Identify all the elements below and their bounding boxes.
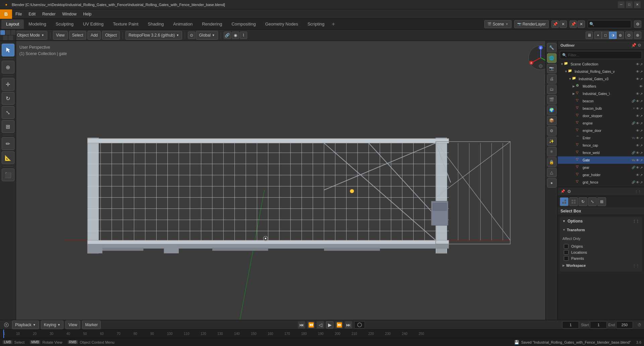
visibility-select[interactable]: ↗ (640, 144, 643, 147)
object-menu-btn[interactable]: Object (102, 31, 120, 40)
parents-checkbox[interactable] (564, 256, 569, 261)
timeline-track[interactable]: 1 10 20 30 40 50 60 70 80 90 100 110 120… (0, 330, 644, 338)
solid-shading-btn[interactable]: ● (594, 32, 602, 39)
select-tool-btn[interactable] (2, 44, 14, 56)
step-back-btn[interactable]: ⏪ (307, 321, 315, 329)
outliner-item-gear[interactable]: ▽ gear 🔗 👁 ↗ (558, 164, 644, 171)
visibility-select[interactable]: ↗ (640, 166, 643, 169)
add-primitive-btn[interactable]: ⬛ (2, 168, 14, 181)
blender-logo-btn[interactable]: B (0, 9, 12, 19)
close-button[interactable]: ✕ (634, 1, 641, 8)
overlay-icon[interactable]: ⊙ (625, 32, 633, 39)
help-menu[interactable]: Help (80, 9, 95, 19)
outliner-search-box[interactable]: 🔍 Filter... (560, 51, 642, 59)
rotate-tool-btn[interactable]: ↻ (2, 92, 14, 105)
object-icon[interactable]: 📦 (547, 116, 556, 125)
rotate-mode-btn[interactable]: ↻ (579, 197, 587, 206)
outliner-settings-icon[interactable]: ⚙ (638, 43, 641, 48)
visibility-eye[interactable]: 👁 (636, 107, 639, 110)
outliner-item-gates-v3[interactable]: ▼ 📁 Industrial_Gates_v3 👁 ↗ (558, 75, 644, 83)
visibility-select[interactable]: ↗ (640, 181, 643, 184)
jump-start-btn[interactable]: ⏮ (298, 321, 305, 329)
measure-tool-btn[interactable]: 📐 (2, 151, 14, 164)
visibility-select[interactable]: ↗ (640, 92, 643, 96)
tab-sculpting[interactable]: Sculpting (51, 19, 78, 29)
timeline-mode-icon[interactable] (3, 321, 10, 329)
move-mode-btn[interactable] (569, 197, 578, 206)
render-layer-pin[interactable]: 📌 (570, 20, 577, 28)
material-shading-btn[interactable]: ◑ (609, 32, 616, 39)
tab-animation[interactable]: Animation (168, 19, 197, 29)
outliner-item-door-stopper[interactable]: ▽ door_stopper 👁 ↗ (558, 112, 644, 119)
tab-scripting[interactable]: Scripting (303, 19, 329, 29)
select-mode-btn[interactable] (560, 197, 569, 206)
tab-rendering[interactable]: Rendering (197, 19, 227, 29)
options-menu-icon[interactable]: ⋮⋮ (633, 219, 639, 223)
outliner-pin-icon[interactable]: 📌 (631, 43, 636, 48)
outliner-item-gear-holder[interactable]: ▽ gear_holder 👁 ↗ (558, 171, 644, 179)
end-frame-field[interactable]: 250 (616, 321, 633, 329)
tab-layout[interactable]: Layout (1, 19, 24, 29)
current-frame-field[interactable]: 1 (562, 321, 579, 329)
transform-pivot-icon[interactable]: ⊙ (188, 32, 195, 39)
display-mode-1[interactable] (0, 30, 5, 35)
render-layer-selector[interactable]: 📷 RenderLayer (514, 20, 549, 28)
visibility-eye[interactable]: 👁 (636, 92, 639, 96)
visibility-select[interactable]: ↗ (640, 99, 643, 103)
tab-texture-paint[interactable]: Texture Paint (108, 19, 143, 29)
link-icon[interactable]: 🔗 (632, 166, 635, 169)
modifier-icon[interactable]: ⚙ (547, 126, 556, 136)
outliner-item-enter[interactable]: ⌒ Enter V₅ 👁 ↗ (558, 134, 644, 142)
outliner-item-rolling-gates[interactable]: ▼ 📁 Industrial_Rolling_Gates_v 👁 ↗ (558, 68, 644, 75)
visibility-eye[interactable]: 👁 (636, 129, 639, 133)
visibility-eye[interactable]: 👁 (636, 114, 639, 118)
visibility-eye[interactable]: 👁 (636, 136, 639, 140)
panel-pin-icon[interactable]: 📌 (560, 189, 565, 194)
display-mode-3[interactable] (11, 30, 16, 35)
outliner-item-beacon-bulb[interactable]: ▽ beacon_bulb ✕ 👁 ↗ (558, 105, 644, 112)
visibility-select[interactable]: ↗ (640, 77, 643, 81)
transform-mode-btn[interactable]: ⊞ (597, 197, 606, 206)
display-mode-2[interactable] (6, 30, 10, 35)
gizmo-icon[interactable]: ⊕ (634, 32, 641, 39)
visibility-select[interactable]: ↗ (640, 70, 643, 73)
outliner-item-scene-collection[interactable]: ▼ 📁 Scene Collection 👁 ↗ (558, 60, 644, 68)
panel-dots[interactable]: ⋮⋮ (635, 190, 641, 193)
workspace-menu-icon[interactable]: ⋮⋮ (633, 264, 639, 267)
visibility-eye[interactable]: 👁 (636, 166, 639, 169)
outliner-item-beacon[interactable]: ▽ beacon 🔗 👁 ↗ (558, 97, 644, 105)
outliner-item-fence-cap[interactable]: ▽ fence_cap 👁 ↗ (558, 142, 644, 149)
link-icon[interactable]: 🔗 (632, 121, 635, 125)
viewport-3d[interactable]: User Perspective (1) Scene Collection | … (16, 41, 557, 328)
wireframe-shading-btn[interactable]: ◻ (602, 32, 609, 39)
outliner-item-engine-door[interactable]: ▽ engine_door 👁 ↗ (558, 127, 644, 134)
visibility-eye[interactable]: 👁 (636, 144, 639, 147)
locations-checkbox[interactable] (564, 250, 569, 255)
visibility-select[interactable]: ↗ (640, 121, 643, 125)
render-layer-x[interactable]: ✕ (578, 20, 585, 28)
pin-button[interactable]: 📌 (551, 20, 559, 28)
link-icon[interactable]: 🔗 (632, 151, 635, 155)
visibility-select[interactable]: ↗ (640, 151, 643, 155)
visibility-select[interactable]: ↗ (640, 107, 643, 110)
snap-icon[interactable]: 🔗 (224, 32, 231, 39)
scene-selector[interactable]: 🎬 Scene ▼ (484, 20, 512, 28)
origins-checkbox[interactable] (564, 244, 569, 249)
world-icon[interactable]: 🌍 (547, 105, 556, 115)
constraints-icon[interactable]: 🔒 (547, 157, 556, 167)
search-box[interactable]: 🔍 (588, 20, 631, 28)
outliner-item-modifiers[interactable]: ▶ ⚙ Modifiers 👁 (558, 83, 644, 90)
view-layer-icon[interactable]: 🗂 (547, 85, 556, 94)
outliner-item-ig-sub[interactable]: ▶ ▽ Industrial_Gates_\ 👁 ↗ (558, 90, 644, 97)
link-icon[interactable]: 🔗 (632, 181, 635, 184)
visibility-eye[interactable]: 👁 (636, 62, 639, 66)
play-back-btn[interactable]: ◁ (317, 321, 324, 329)
visibility-eye[interactable]: 👁 (636, 173, 639, 177)
transform-tool-btn[interactable]: ⊞ (2, 120, 14, 133)
marker-btn[interactable]: Marker (82, 320, 101, 329)
proportional-type-icon[interactable]: ⌇ (240, 32, 247, 39)
annotate-tool-btn[interactable]: ✏ (2, 137, 14, 150)
render-properties-icon[interactable]: 📷 (547, 64, 556, 73)
jump-end-btn[interactable]: ⏭ (345, 321, 352, 329)
frame-cursor[interactable] (3, 330, 4, 338)
